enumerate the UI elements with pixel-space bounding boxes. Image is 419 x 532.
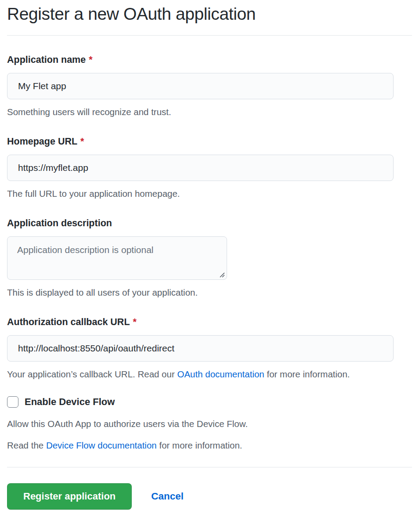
device-flow-note-suffix: for more information. [157,440,242,450]
homepage-url-group: Homepage URL* The full URL to your appli… [7,136,412,199]
callback-url-label: Authorization callback URL* [7,317,412,328]
device-flow-documentation-link[interactable]: Device Flow documentation [46,440,157,450]
page-title: Register a new OAuth application [7,0,412,36]
device-flow-help: Allow this OAuth App to authorize users … [7,419,412,429]
device-flow-note: Read the Device Flow documentation for m… [7,440,412,451]
resize-handle-icon[interactable] [219,271,225,278]
application-description-help: This is displayed to all users of your a… [7,287,412,298]
divider [7,467,412,467]
device-flow-label[interactable]: Enable Device Flow [25,396,115,408]
register-application-button[interactable]: Register application [7,483,132,510]
cancel-link[interactable]: Cancel [151,491,184,502]
application-name-input[interactable] [7,73,394,99]
application-description-label: Application description [7,218,412,229]
required-asterisk: * [80,136,84,147]
application-description-group: Application description This is displaye… [7,218,412,298]
oauth-documentation-link[interactable]: OAuth documentation [177,369,264,379]
application-name-group: Application name* Something users will r… [7,54,412,117]
application-name-label: Application name* [7,54,412,65]
required-asterisk: * [89,54,92,65]
required-asterisk: * [133,317,137,327]
homepage-url-help: The full URL to your application homepag… [7,188,412,199]
callback-url-help: Your application’s callback URL. Read ou… [7,369,412,380]
callback-url-help-prefix: Your application’s callback URL. Read ou… [7,369,177,379]
form-actions: Register application Cancel [7,483,412,510]
application-name-label-text: Application name [7,54,86,65]
callback-url-input[interactable] [7,335,394,362]
device-flow-checkbox[interactable] [7,396,18,408]
callback-url-label-text: Authorization callback URL [7,317,130,327]
device-flow-row: Enable Device Flow [7,396,412,408]
callback-url-group: Authorization callback URL* Your applica… [7,317,412,380]
callback-url-help-suffix: for more information. [264,369,350,379]
homepage-url-label: Homepage URL* [7,136,412,147]
device-flow-note-prefix: Read the [7,440,46,450]
homepage-url-input[interactable] [7,155,394,181]
oauth-register-page: Register a new OAuth application Applica… [0,0,419,521]
application-name-help: Something users will recognize and trust… [7,107,412,117]
application-description-textarea[interactable] [7,236,227,280]
homepage-url-label-text: Homepage URL [7,136,77,147]
application-description-wrap [7,236,227,280]
